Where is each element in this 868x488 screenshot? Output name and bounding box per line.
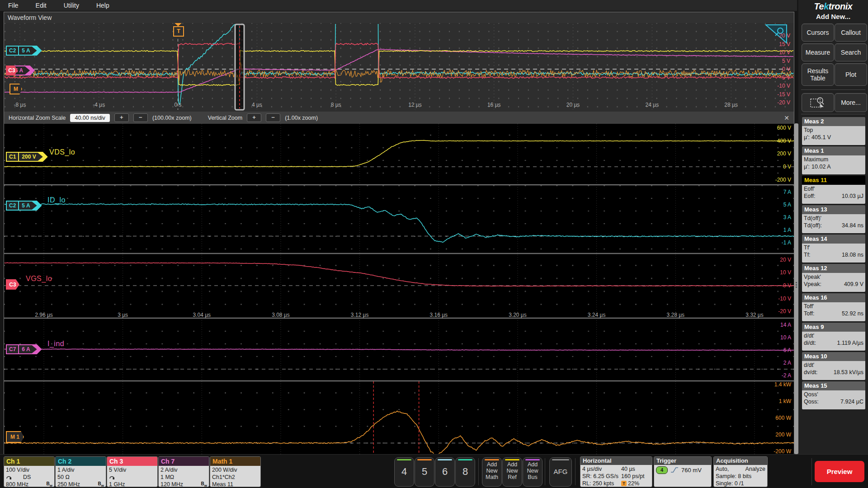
- menu-item-file[interactable]: File: [8, 2, 19, 9]
- sidebar-button-cursors[interactable]: Cursors: [802, 23, 834, 42]
- horizontal-zoom-scale-input[interactable]: 40.00 ns/div: [70, 114, 109, 122]
- zoom-badge-c2-scale: 5 A: [18, 202, 33, 210]
- v-zoom-plus-button[interactable]: +: [247, 113, 261, 122]
- channel-card-math-1[interactable]: Math 1200 W/divCh1*Ch2Meas 11: [210, 456, 261, 487]
- trace-label-vds_lo: VDS_lo: [49, 148, 75, 156]
- channel-coupling-text: 50 Ω: [57, 474, 70, 480]
- horizontal-value: 160 ps/pt: [621, 473, 644, 479]
- measurement-stat-label: Qoss:: [804, 399, 819, 405]
- measurement-card-meas-12[interactable]: Meas 12Vpeak'Vpeak:409.9 V: [802, 263, 866, 292]
- sidebar-more-button[interactable]: More...: [835, 93, 867, 112]
- key-label: 5: [415, 466, 434, 478]
- channel-bandwidth: 800 MHzBw: [6, 481, 52, 487]
- key-color-stripe: [552, 459, 569, 460]
- zoom-select-button[interactable]: [802, 93, 834, 112]
- zoom-vaxis-label: -10 V: [778, 296, 791, 302]
- overview-badge-c2[interactable]: C25 A: [6, 46, 42, 56]
- measurement-name: d/dt': [804, 362, 863, 368]
- h-zoom-plus-button[interactable]: +: [114, 113, 129, 122]
- zoom-vaxis-label: 1 kW: [779, 398, 791, 404]
- sidebar-button-results-table[interactable]: Results Table: [802, 63, 834, 86]
- measurement-card-meas-10[interactable]: Meas 10d/dt'dv/dt:18.53 kV/µs: [802, 352, 866, 380]
- measurement-card-meas-14[interactable]: Meas 14Tf'Tf:18.08 ns: [802, 234, 866, 263]
- acquisition-settings-card[interactable]: AcquisitionAuto,AnalyzeSample: 8 bitsSin…: [713, 456, 768, 487]
- zoom-badge-c1-inner: C1200 V: [7, 153, 43, 161]
- panel-splitter-handle[interactable]: •••: [794, 123, 798, 454]
- channel-scale: 1 A/div: [57, 466, 104, 474]
- zoom-badge-c7-inner: C76 A: [7, 345, 37, 353]
- measurement-card-meas-15[interactable]: Meas 15Qoss'Qoss:7.924 µC: [802, 381, 866, 410]
- measurement-card-meas-2[interactable]: Meas 2Topµ':405.1 V: [802, 117, 866, 145]
- channel-card-ch-2[interactable]: Ch 21 A/div50 Ω250 MHzBw: [55, 456, 106, 487]
- add-new-heading: Add New...: [798, 13, 868, 20]
- zoom-badge-c2-inner: C25 A: [7, 202, 37, 210]
- sidebar-divider: [801, 89, 865, 90]
- afg-button[interactable]: AFG: [549, 457, 572, 487]
- trigger-position-marker[interactable]: T: [173, 26, 184, 37]
- menu-item-edit[interactable]: Edit: [36, 2, 47, 9]
- overview-badge-m[interactable]: M: [9, 84, 22, 94]
- horizontal-header: Horizontal: [580, 457, 652, 465]
- measurement-body: d/dt'di/dt:1.119 A/µs: [802, 332, 865, 351]
- channel-card-ch-7[interactable]: Ch 72 A/div1 MΩ120 MHzBw: [158, 456, 209, 487]
- measurement-value: 52.92 ns: [842, 310, 863, 317]
- channel-scale: 5 V/div: [109, 466, 156, 474]
- measurement-value-row: Eoff:10.03 µJ: [804, 193, 863, 199]
- channel-card-ch-1[interactable]: Ch 1100 V/divDS800 MHzBw: [4, 456, 55, 487]
- overview-badge-c2-channel: C2: [7, 47, 18, 55]
- sidebar-button-search[interactable]: Search: [835, 43, 867, 61]
- measurement-card-meas-1[interactable]: Meas 1Maximumµ':10.02 A: [802, 146, 866, 175]
- zoom-taxis-label: 3.08 µs: [272, 312, 290, 318]
- zoom-close-button[interactable]: ✕: [784, 114, 789, 122]
- channel-key-4[interactable]: 4: [394, 457, 414, 487]
- horizontal-settings-card[interactable]: Horizontal4 µs/div40 µsSR: 6.25 GS/s160 …: [580, 456, 652, 487]
- channel-card-ch-3[interactable]: Ch 35 V/div1 GHz: [107, 456, 158, 487]
- sidebar-button-measure[interactable]: Measure: [802, 43, 834, 61]
- measurement-name: d/dt': [804, 333, 863, 339]
- measurement-header: Meas 10: [802, 352, 865, 361]
- probe-icon: [6, 474, 12, 480]
- channel-bandwidth-text: 120 MHz: [160, 481, 183, 487]
- measurement-name: Maximum: [804, 156, 863, 163]
- measurement-card-meas-16[interactable]: Meas 16Toff'Toff:52.92 ns: [802, 293, 866, 322]
- zoom-trace-ID_lo: [5, 204, 794, 242]
- trigger-level: 760 mV: [681, 467, 702, 474]
- preview-button[interactable]: Preview: [815, 461, 864, 482]
- channel-key-5[interactable]: 5: [415, 457, 434, 487]
- zoom-vaxis-label: 3 A: [783, 214, 791, 221]
- measurement-card-meas-9[interactable]: Meas 9d/dt'di/dt:1.119 A/µs: [802, 322, 866, 351]
- h-zoom-minus-button[interactable]: −: [133, 113, 148, 122]
- measurement-name: Toff': [804, 303, 863, 310]
- v-zoom-minus-button[interactable]: −: [266, 113, 280, 122]
- zoom-vaxis-label: 1.4 kW: [774, 381, 791, 388]
- zoom-vaxis-label: 200 V: [777, 150, 791, 157]
- zoom-badge-c1[interactable]: C1200 V: [6, 152, 48, 162]
- measurement-card-meas-11[interactable]: Meas 11Eoff'Eoff:10.03 µJ: [802, 175, 866, 204]
- zoom-badge-m1[interactable]: M 1: [6, 431, 24, 443]
- zoom-vaxis-label: 1 A: [783, 227, 791, 233]
- zoom-waveform-plot[interactable]: 600 V400 V200 V0 V-200 V7 A5 A3 A1 A-1 A…: [4, 124, 794, 454]
- add-new-button-math[interactable]: AddNewMath: [482, 457, 502, 487]
- add-new-button-bus[interactable]: AddNewBus: [523, 457, 542, 487]
- acquisition-analyze: Analyze: [745, 466, 765, 472]
- channel-key-6[interactable]: 6: [435, 457, 455, 487]
- overview-vaxis-label: 20 V: [779, 33, 790, 39]
- add-new-button-ref[interactable]: AddNewRef: [502, 457, 522, 487]
- trigger-settings-card[interactable]: Trigger4760 mV: [654, 456, 712, 487]
- zoom-badge-c7[interactable]: C76 A: [6, 344, 42, 354]
- acquisition-overview-plot[interactable]: T20 V15 V10 V5 V0 V-5 V-10 V-15 V-20 V-8…: [4, 23, 794, 112]
- measurement-card-meas-13[interactable]: Meas 13Td(off)'Td(off):34.84 ns: [802, 205, 866, 234]
- sidebar-button-callout[interactable]: Callout: [835, 23, 867, 42]
- zoom-badge-c1-scale: 200 V: [18, 153, 38, 161]
- measurement-body: Vpeak'Vpeak:409.9 V: [802, 273, 865, 292]
- sidebar-button-plot[interactable]: Plot: [835, 63, 867, 86]
- menu-item-utility[interactable]: Utility: [64, 2, 79, 9]
- bandwidth-limit-badge: Bw: [98, 481, 104, 487]
- zoom-taxis-label: 3.04 µs: [193, 312, 211, 318]
- channel-key-8[interactable]: 8: [455, 457, 475, 487]
- menu-item-help[interactable]: Help: [96, 2, 109, 9]
- zoom-badge-c2[interactable]: C25 A: [6, 201, 42, 211]
- measurement-stat-label: Toff:: [804, 310, 814, 317]
- measurement-header: Meas 14: [802, 235, 865, 244]
- zoom-taxis-label: 3.16 µs: [429, 312, 448, 318]
